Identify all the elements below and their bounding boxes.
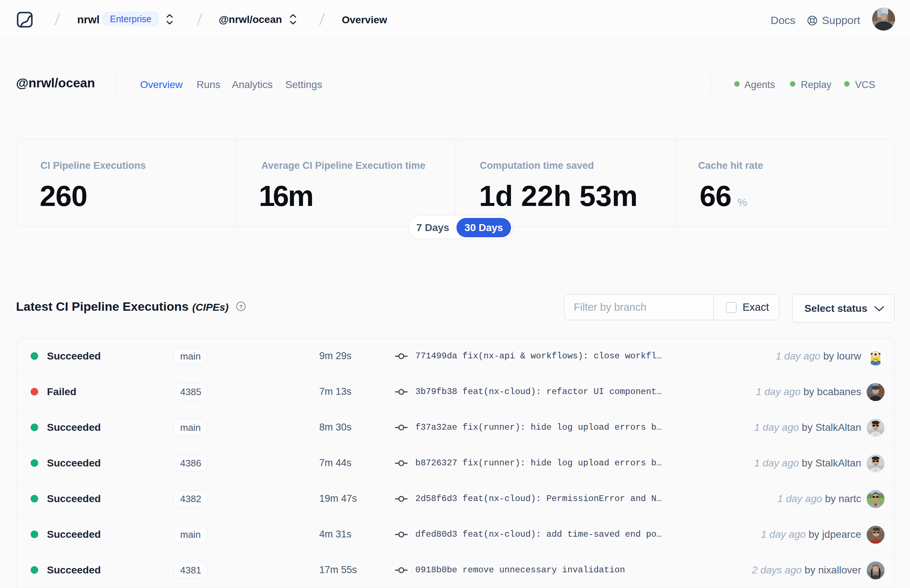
- svg-text:?: ?: [239, 304, 242, 310]
